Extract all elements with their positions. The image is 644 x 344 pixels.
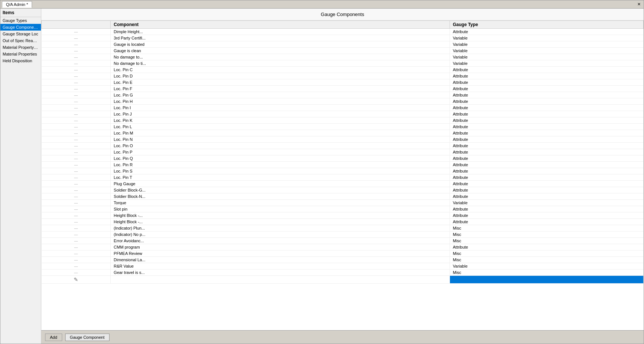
content-title: Gauge Components bbox=[41, 9, 644, 20]
table-row[interactable]: —(Indicator) Plun...Misc bbox=[42, 225, 644, 231]
table-row[interactable]: —Plug GaugeAttribute bbox=[42, 181, 644, 187]
table-row[interactable]: —Loc. Pin DAttribute bbox=[42, 73, 644, 79]
sidebar-item-gauge-types[interactable]: Gauge Types bbox=[0, 17, 41, 24]
component-cell: (Indicator) No p... bbox=[111, 231, 450, 238]
row-indicator: — bbox=[42, 174, 111, 181]
gauge-type-cell: Attribute bbox=[450, 193, 643, 200]
col-gauge-type: Gauge Type bbox=[450, 21, 643, 29]
row-indicator: — bbox=[42, 73, 111, 79]
component-cell: Loc. Pin M bbox=[111, 130, 450, 136]
gauge-type-cell: Misc bbox=[450, 225, 643, 231]
row-indicator: — bbox=[42, 231, 111, 238]
table-row[interactable]: —Gauge is cleanVariable bbox=[42, 48, 644, 54]
sidebar-item-gauge-components[interactable]: Gauge Components bbox=[0, 24, 41, 31]
table-row[interactable]: —Dimple Height...Attribute bbox=[42, 29, 644, 35]
sidebar-item-material-property-ty[interactable]: Material Property Ty bbox=[0, 44, 41, 51]
component-cell: Error Avoidanc... bbox=[111, 238, 450, 244]
row-indicator: — bbox=[42, 130, 111, 136]
component-cell: Loc. Pin H bbox=[111, 98, 450, 105]
row-indicator: — bbox=[42, 92, 111, 98]
table-row[interactable]: —Soldier Block-N...Attribute bbox=[42, 193, 644, 200]
gauge-type-cell: Variable bbox=[450, 54, 643, 60]
new-row[interactable]: ✎ bbox=[42, 276, 644, 284]
table-row[interactable]: —(Indicator) No p...Misc bbox=[42, 231, 644, 238]
gauge-type-cell: Variable bbox=[450, 35, 643, 41]
table-row[interactable]: —CMM programAttribute bbox=[42, 244, 644, 250]
add-button[interactable]: Add bbox=[45, 334, 62, 341]
gauge-type-cell: Attribute bbox=[450, 206, 643, 212]
row-indicator: — bbox=[42, 219, 111, 225]
table-row[interactable]: —Soldier Block-G...Attribute bbox=[42, 187, 644, 193]
row-indicator: — bbox=[42, 136, 111, 143]
gauge-component-button[interactable]: Gauge Component bbox=[65, 334, 110, 341]
table-row[interactable]: —Loc. Pin EAttribute bbox=[42, 79, 644, 86]
row-indicator: — bbox=[42, 29, 111, 35]
new-component-input[interactable] bbox=[114, 277, 446, 282]
gauge-type-cell: Misc bbox=[450, 250, 643, 257]
table-row[interactable]: —Loc. Pin IAttribute bbox=[42, 105, 644, 111]
table-row[interactable]: —Loc. Pin OAttribute bbox=[42, 143, 644, 149]
table-container[interactable]: Component Gauge Type —Dimple Height...At… bbox=[41, 20, 644, 330]
table-row[interactable]: —Loc. Pin KAttribute bbox=[42, 117, 644, 124]
gauge-type-cell: Misc bbox=[450, 257, 643, 263]
row-indicator: — bbox=[42, 187, 111, 193]
table-row[interactable]: —Height Block -...Attribute bbox=[42, 219, 644, 225]
row-indicator: — bbox=[42, 244, 111, 250]
gauge-type-cell: Variable bbox=[450, 48, 643, 54]
sidebar-item-material-properties[interactable]: Material Properties bbox=[0, 51, 41, 57]
table-row[interactable]: —Loc. Pin TAttribute bbox=[42, 174, 644, 181]
table-row[interactable]: —Loc. Pin PAttribute bbox=[42, 149, 644, 155]
tab-qa-admin[interactable]: Q/A Admin * bbox=[2, 1, 32, 8]
table-row[interactable]: —No damage to...Variable bbox=[42, 54, 644, 60]
table-row[interactable]: —Loc. Pin FAttribute bbox=[42, 86, 644, 92]
table-row[interactable]: —Loc. Pin RAttribute bbox=[42, 162, 644, 168]
sidebar-item-out-of-spec-reason[interactable]: Out of Spec Reason bbox=[0, 37, 41, 44]
table-row[interactable]: —Dimensional La...Misc bbox=[42, 257, 644, 263]
table-row[interactable]: —PFMEA ReviewMisc bbox=[42, 250, 644, 257]
table-row[interactable]: —Gauge is locatedVariable bbox=[42, 41, 644, 48]
gauge-type-cell: Attribute bbox=[450, 124, 643, 130]
table-row[interactable]: —Error Avoidanc...Misc bbox=[42, 238, 644, 244]
component-cell: 3rd Party Certifi... bbox=[111, 35, 450, 41]
table-row[interactable]: —Loc. Pin QAttribute bbox=[42, 155, 644, 162]
row-indicator: — bbox=[42, 86, 111, 92]
table-row[interactable]: —Loc. Pin JAttribute bbox=[42, 111, 644, 117]
table-row[interactable]: —Loc. Pin CAttribute bbox=[42, 67, 644, 73]
gauge-type-cell: Attribute bbox=[450, 168, 643, 174]
main-content: Items Gauge TypesGauge ComponentsGauge S… bbox=[0, 9, 644, 344]
table-row[interactable]: —Loc. Pin HAttribute bbox=[42, 98, 644, 105]
component-cell: Gear travel is s... bbox=[111, 269, 450, 276]
gauge-type-cell: Attribute bbox=[450, 73, 643, 79]
gauge-type-cell: Variable bbox=[450, 263, 643, 269]
table-row[interactable]: —Loc. Pin SAttribute bbox=[42, 168, 644, 174]
component-cell: R&R Value bbox=[111, 263, 450, 269]
sidebar-item-gauge-storage-loc[interactable]: Gauge Storage Loc bbox=[0, 31, 41, 37]
sidebar-item-held-disposition[interactable]: Held Disposition bbox=[0, 57, 41, 64]
component-cell: Loc. Pin S bbox=[111, 168, 450, 174]
table-row[interactable]: —Height Block -...Attribute bbox=[42, 212, 644, 219]
table-row[interactable]: —Loc. Pin MAttribute bbox=[42, 130, 644, 136]
row-indicator: — bbox=[42, 263, 111, 269]
component-cell: Loc. Pin O bbox=[111, 143, 450, 149]
new-row-indicator: ✎ bbox=[42, 276, 111, 284]
table-row[interactable]: —Slot pinAttribute bbox=[42, 206, 644, 212]
close-button[interactable]: ✕ bbox=[636, 2, 642, 7]
component-cell: Gauge is clean bbox=[111, 48, 450, 54]
component-cell: Soldier Block-N... bbox=[111, 193, 450, 200]
row-indicator: — bbox=[42, 269, 111, 276]
row-indicator: — bbox=[42, 35, 111, 41]
table-row[interactable]: —No damage to ti...Variable bbox=[42, 60, 644, 67]
gauge-type-cell: Variable bbox=[450, 200, 643, 206]
table-row[interactable]: —Loc. Pin NAttribute bbox=[42, 136, 644, 143]
table-row[interactable]: —Loc. Pin GAttribute bbox=[42, 92, 644, 98]
row-indicator: — bbox=[42, 111, 111, 117]
table-row[interactable]: —TorqueVariable bbox=[42, 200, 644, 206]
row-indicator: — bbox=[42, 41, 111, 48]
table-row[interactable]: —Loc. Pin LAttribute bbox=[42, 124, 644, 130]
row-indicator: — bbox=[42, 48, 111, 54]
new-component-input-cell[interactable] bbox=[111, 276, 450, 284]
table-row[interactable]: —Gear travel is s...Misc bbox=[42, 269, 644, 276]
table-row[interactable]: —R&R ValueVariable bbox=[42, 263, 644, 269]
gauge-type-cell: Attribute bbox=[450, 105, 643, 111]
table-row[interactable]: —3rd Party Certifi...Variable bbox=[42, 35, 644, 41]
